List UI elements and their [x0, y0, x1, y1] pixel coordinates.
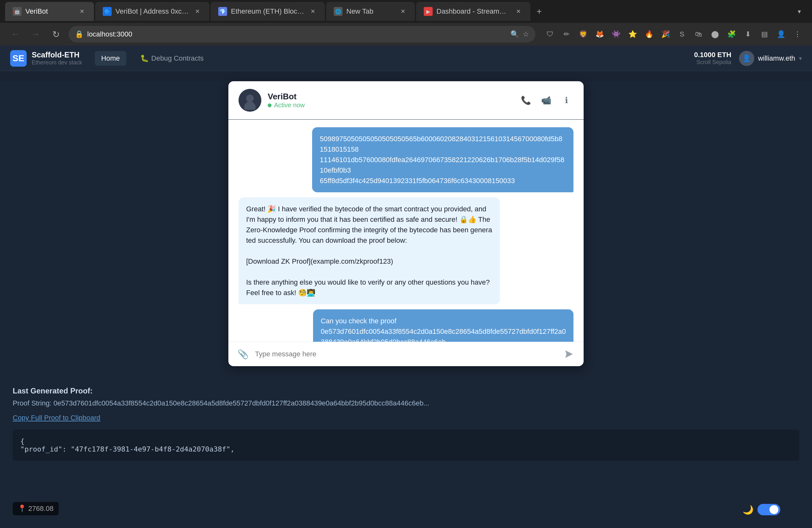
nav-right: 0.1000 ETH Scroll Sepolia 👤 williamw.eth…: [694, 51, 802, 66]
back-button[interactable]: ←: [8, 27, 23, 42]
nav-debug-contracts[interactable]: 🐛 Debug Contracts: [134, 51, 210, 66]
status-dot: [268, 103, 272, 107]
browser-tab-1[interactable]: 🤖 VeriBot ✕: [5, 2, 94, 21]
new-tab-button[interactable]: +: [532, 4, 547, 19]
ext-sidebar[interactable]: ▤: [757, 27, 771, 41]
json-line-1: {: [20, 437, 792, 445]
tab-favicon-3: 💎: [218, 7, 227, 16]
chat-messages: 5098975050505050505050565b60006020828403…: [228, 119, 584, 342]
ext-edit[interactable]: ✏: [560, 27, 574, 41]
tab-close-1[interactable]: ✕: [77, 7, 86, 16]
tab-favicon-4: 🌐: [334, 7, 343, 16]
svg-point-1: [246, 95, 254, 102]
reload-button[interactable]: ↻: [48, 27, 63, 42]
message-row-1: 5098975050505050505050565b60006020828403…: [238, 127, 574, 192]
ext-download[interactable]: ⬇: [741, 27, 755, 41]
tab-title-2: VeriBot | Address 0xc7c63...: [115, 7, 189, 16]
ext-flame[interactable]: 🔥: [642, 27, 656, 41]
message-text-2: Great! 🎉 I have verified the bytecode of…: [246, 205, 492, 297]
status-text: Active now: [274, 102, 305, 109]
ext-s[interactable]: S: [675, 27, 689, 41]
browser-tab-3[interactable]: 💎 Ethereum (ETH) Blockchain... ✕: [211, 2, 325, 21]
message-text-1: 5098975050505050505050565b60006020828403…: [320, 135, 564, 185]
app-nav: SE Scaffold-ETH Ethereum dev stack Home …: [0, 46, 812, 71]
ext-brave[interactable]: 🦁: [576, 27, 590, 41]
message-text-3: Can you check the proof0e573d7601dfc0054…: [321, 317, 566, 342]
proof-string-text: 0e573d7601dfc0054a33f8554c2d0a150e8c2865…: [53, 399, 429, 407]
address-bar[interactable]: 🔒 localhost:3000 🔍 ☆: [69, 26, 535, 43]
tab-close-2[interactable]: ✕: [193, 7, 202, 16]
proof-string-value: Proof String: 0e573d7601dfc0054a33f8554c…: [13, 399, 799, 408]
tab-bar: 🤖 VeriBot ✕ 🔷 VeriBot | Address 0xc7c63.…: [0, 0, 812, 23]
nav-home[interactable]: Home: [95, 51, 126, 66]
tab-title-3: Ethereum (ETH) Blockchain...: [231, 7, 304, 16]
chat-input[interactable]: [255, 350, 557, 358]
ext-shop[interactable]: 🛍: [692, 27, 706, 41]
ext-star[interactable]: ⭐: [625, 27, 639, 41]
lock-icon: 🔒: [75, 30, 84, 38]
main-content: VeriBot Active now 📞 📹 ℹ 509897505050505…: [0, 81, 812, 528]
moon-icon: 🌙: [742, 504, 754, 515]
search-icon: 🔍: [510, 30, 519, 38]
logo-text: Scaffold-ETH Ethereum dev stack: [32, 51, 82, 66]
tab-close-5[interactable]: ✕: [514, 7, 523, 16]
phone-icon[interactable]: 📞: [519, 93, 533, 107]
json-preview: { "proof_id": "47fc178f-3981-4e97-b4f8-2…: [13, 430, 799, 461]
coord-value: 2768.08: [28, 504, 54, 512]
info-icon[interactable]: ℹ: [560, 93, 574, 107]
browser-tab-5[interactable]: ▶ Dashboard - Streamable ✕: [416, 2, 530, 21]
send-button[interactable]: [562, 347, 576, 361]
user-info[interactable]: 👤 williamw.eth ▾: [739, 51, 802, 66]
forward-button[interactable]: →: [28, 27, 43, 42]
ext-circle[interactable]: ⬤: [708, 27, 722, 41]
scaffold-logo: SE Scaffold-ETH Ethereum dev stack: [10, 50, 82, 67]
message-bubble-2: Great! 🎉 I have verified the bytecode of…: [238, 197, 500, 304]
ext-game[interactable]: 👾: [609, 27, 623, 41]
tab-title-4: New Tab: [346, 7, 395, 16]
ext-party[interactable]: 🎉: [658, 27, 672, 41]
chat-input-row: 📎: [228, 342, 584, 366]
tab-favicon-1: 🤖: [13, 7, 21, 16]
copy-proof-button[interactable]: Copy Full Proof to Clipboard: [13, 414, 799, 422]
proof-label: Last Generated Proof:: [13, 386, 799, 395]
address-text: localhost:3000: [87, 30, 507, 38]
tab-favicon-2: 🔷: [103, 7, 112, 16]
ext-menu[interactable]: ⋮: [791, 27, 804, 41]
bot-name: VeriBot: [268, 92, 519, 102]
chat-header: VeriBot Active now 📞 📹 ℹ: [228, 81, 584, 119]
attach-button[interactable]: 📎: [236, 347, 250, 361]
coord-icon: 📍: [18, 504, 28, 512]
browser-chrome: 🤖 VeriBot ✕ 🔷 VeriBot | Address 0xc7c63.…: [0, 0, 812, 46]
address-bar-row: ← → ↻ 🔒 localhost:3000 🔍 ☆ 🛡 ✏ 🦁 🦊 👾 ⭐ 🔥…: [0, 23, 812, 46]
tab-title-5: Dashboard - Streamable: [436, 7, 510, 16]
browser-tab-4[interactable]: 🌐 New Tab ✕: [326, 2, 415, 21]
ext-avatar[interactable]: 👤: [774, 27, 788, 41]
extensions-bar: 🛡 ✏ 🦁 🦊 👾 ⭐ 🔥 🎉 S 🛍 ⬤ 🧩 ⬇ ▤ 👤 ⋮: [543, 27, 804, 41]
message-bubble-3: Can you check the proof0e573d7601dfc0054…: [313, 309, 574, 342]
eth-network: Scroll Sepolia: [694, 59, 731, 66]
nav-debug-label: Debug Contracts: [151, 54, 204, 62]
eth-amount: 0.1000 ETH: [694, 51, 731, 59]
chat-header-info: VeriBot Active now: [268, 92, 519, 109]
bot-status: Active now: [268, 102, 519, 109]
tab-close-4[interactable]: ✕: [398, 7, 407, 16]
ext-fox[interactable]: 🦊: [593, 27, 607, 41]
eth-info: 0.1000 ETH Scroll Sepolia: [694, 51, 731, 66]
logo-icon: SE: [10, 50, 27, 67]
logo-subtitle: Ethereum dev stack: [32, 59, 82, 66]
tab-overflow-button[interactable]: ▾: [792, 4, 807, 19]
toggle-switch[interactable]: [757, 504, 780, 515]
bookmark-icon: ☆: [523, 30, 529, 38]
chevron-down-icon: ▾: [799, 55, 802, 62]
dark-mode-toggle[interactable]: 🌙: [742, 504, 780, 515]
bot-avatar: [238, 89, 261, 112]
ext-brave-shield[interactable]: 🛡: [543, 27, 557, 41]
coord-display: 📍 2768.08: [13, 502, 59, 515]
tab-close-3[interactable]: ✕: [308, 7, 317, 16]
message-row-3: Can you check the proof0e573d7601dfc0054…: [238, 309, 574, 342]
browser-tab-2[interactable]: 🔷 VeriBot | Address 0xc7c63... ✕: [95, 2, 209, 21]
video-icon[interactable]: 📹: [539, 93, 553, 107]
ext-puzzle[interactable]: 🧩: [724, 27, 738, 41]
proof-string-label: Proof String:: [13, 399, 52, 407]
json-line-2: "proof_id": "47fc178f-3981-4e97-b4f8-2d4…: [20, 445, 792, 453]
